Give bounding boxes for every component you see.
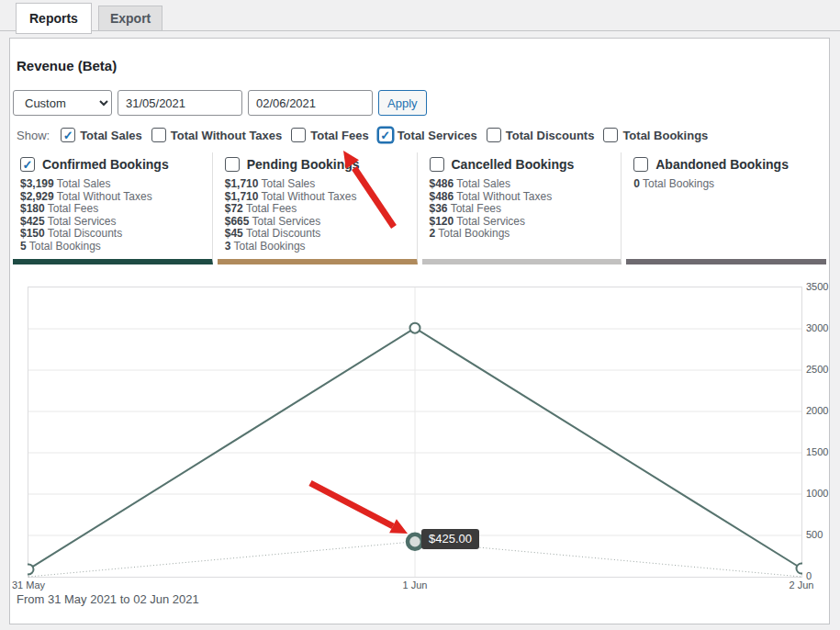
checkbox-icon[interactable] [603, 128, 618, 142]
stat-value: $120 [430, 215, 454, 228]
chart-tooltip: $425.00 [421, 529, 479, 549]
stat-value: $665 [225, 215, 250, 228]
stat-value: $1,710 [225, 177, 259, 190]
x-axis-tick-label: 31 May [12, 579, 45, 591]
stat-row: 2 Total Bookings [430, 228, 614, 241]
filter-total-bookings[interactable]: Total Bookings [603, 128, 708, 142]
highlighted-point [408, 534, 422, 549]
stat-value: 5 [20, 240, 27, 253]
filter-total-discounts[interactable]: Total Discounts [487, 128, 595, 142]
stat-value: $486 [430, 190, 454, 203]
summary-card-abandoned-bookings: Abandoned Bookings0 Total Bookings [626, 152, 826, 264]
stat-label: Total Without Taxes [454, 190, 552, 203]
stat-value: $180 [20, 202, 45, 215]
filter-label: Total Fees [310, 129, 368, 142]
stat-row: $72 Total Fees [225, 203, 409, 216]
stat-row: $1,710 Total Sales [225, 178, 409, 191]
page-title: Revenue (Beta) [17, 58, 117, 73]
date-range-select[interactable]: Custom [13, 90, 112, 116]
apply-button[interactable]: Apply [378, 90, 427, 116]
card-title: Cancelled Bookings [452, 157, 575, 172]
stat-label: Total Fees [45, 202, 98, 215]
stat-label: Total Bookings [230, 240, 305, 253]
filter-label: Total Bookings [622, 129, 708, 142]
filter-label: Total Without Taxes [171, 129, 282, 142]
stat-label: Total Sales [54, 177, 111, 190]
checkbox-icon[interactable] [430, 157, 444, 172]
checkbox-icon[interactable]: ✓ [61, 128, 75, 142]
stat-label: Total Sales [454, 177, 510, 190]
filter-label: Total Sales [80, 129, 142, 142]
stat-value: $486 [430, 177, 454, 190]
tab-bar: Reports Export [0, 0, 840, 31]
stat-label: Total Bookings [435, 227, 510, 240]
stat-value: $150 [20, 227, 45, 240]
date-from-input[interactable] [118, 90, 242, 116]
stat-value: $1,710 [225, 190, 259, 203]
x-axis-tick-label: 1 Jun [403, 579, 428, 591]
stat-label: Total Bookings [27, 240, 101, 253]
stat-row: 3 Total Bookings [225, 241, 409, 253]
y-axis-tick-label: 2000 [806, 405, 840, 416]
stat-row: $665 Total Services [225, 216, 409, 229]
revenue-chart[interactable]: $425.00 350030002500200015001000500031 M… [10, 284, 829, 596]
stat-label: Total Fees [448, 202, 501, 215]
filter-total-services[interactable]: ✓Total Services [378, 128, 477, 142]
y-axis-tick-label: 3500 [806, 281, 840, 292]
checkbox-icon[interactable] [225, 157, 240, 172]
stat-row: $36 Total Fees [430, 203, 614, 216]
stat-row: $150 Total Discounts [20, 228, 205, 241]
date-to-input[interactable] [248, 90, 373, 116]
y-axis-tick-label: 2500 [806, 364, 840, 375]
stat-row: $486 Total Without Taxes [430, 191, 614, 204]
summary-card-cancelled-bookings: Cancelled Bookings$486 Total Sales$486 T… [422, 152, 622, 264]
stat-value: $36 [430, 202, 448, 215]
stat-row: $120 Total Services [430, 216, 614, 229]
stat-row: $45 Total Discounts [225, 228, 409, 241]
stat-row: $1,710 Total Without Taxes [225, 191, 409, 204]
chart-plot-area[interactable] [28, 287, 802, 578]
stat-value: $3,199 [20, 177, 54, 190]
card-checkbox-row[interactable]: ✓Confirmed Bookings [20, 157, 205, 172]
filter-total-fees[interactable]: Total Fees [291, 128, 368, 142]
y-axis-tick-label: 1000 [806, 488, 840, 499]
stat-row: $486 Total Sales [430, 178, 614, 191]
stat-value: $45 [225, 227, 243, 240]
stat-label: Total Without Taxes [54, 190, 152, 203]
stat-row: $180 Total Fees [20, 203, 205, 216]
stat-label: Total Services [45, 215, 117, 228]
card-checkbox-row[interactable]: Pending Bookings [225, 157, 409, 172]
stat-label: Total Fees [243, 202, 297, 215]
checkbox-icon[interactable] [151, 128, 166, 142]
y-axis-tick-label: 1500 [806, 446, 840, 457]
checkbox-icon[interactable] [633, 157, 648, 172]
filter-total-without-taxes[interactable]: Total Without Taxes [151, 128, 282, 142]
stat-label: Total Services [249, 215, 320, 228]
filter-total-sales[interactable]: ✓Total Sales [61, 128, 142, 142]
stat-row: $425 Total Services [20, 216, 205, 229]
x-axis-tick-label: 2 Jun [790, 579, 814, 591]
stat-row: $3,199 Total Sales [20, 178, 205, 191]
card-checkbox-row[interactable]: Cancelled Bookings [430, 157, 614, 172]
tab-export[interactable]: Export [98, 6, 162, 31]
stat-label: Total Bookings [640, 177, 714, 190]
stat-label: Total Sales [258, 177, 315, 190]
y-axis-tick-label: 500 [806, 529, 840, 540]
checkbox-icon[interactable] [487, 128, 501, 142]
card-checkbox-row[interactable]: Abandoned Bookings [633, 157, 819, 172]
tab-reports[interactable]: Reports [16, 3, 92, 34]
report-panel: Revenue (Beta) Custom Apply Show: ✓Total… [9, 38, 830, 624]
stat-row: $2,929 Total Without Taxes [20, 191, 205, 204]
stat-label: Total Discounts [45, 227, 123, 240]
show-filter-row: Show: ✓Total SalesTotal Without TaxesTot… [17, 128, 708, 142]
checkbox-icon[interactable] [291, 128, 306, 142]
stat-row: 5 Total Bookings [20, 241, 205, 253]
stat-label: Total Discounts [243, 227, 321, 240]
filter-label: Total Services [398, 129, 477, 142]
stat-value: $425 [20, 215, 45, 228]
card-title: Pending Bookings [247, 157, 360, 172]
stat-label: Total Without Taxes [258, 190, 356, 203]
filter-label: Total Discounts [506, 129, 595, 142]
checkbox-icon[interactable]: ✓ [20, 157, 35, 172]
checkbox-icon[interactable]: ✓ [378, 128, 393, 142]
